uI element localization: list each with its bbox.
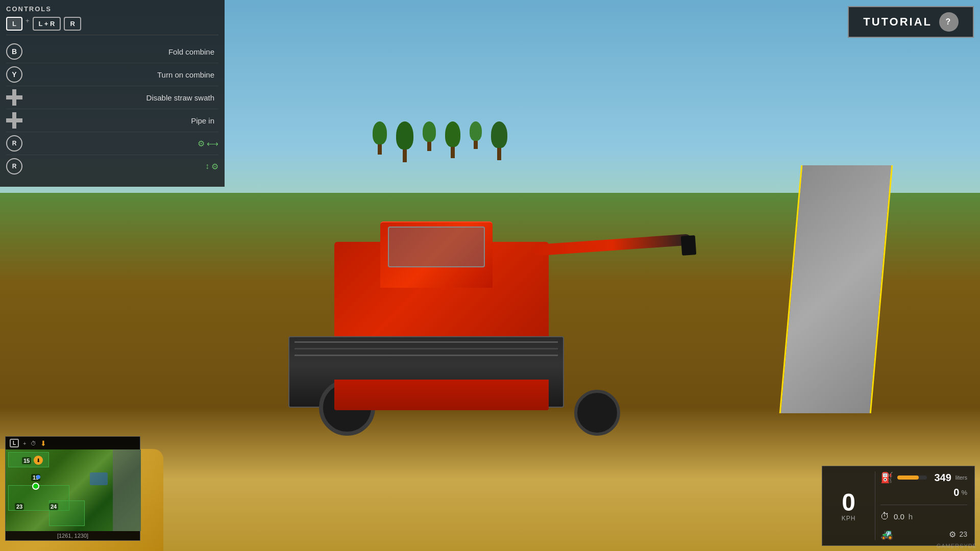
hud-gear-count: ⚙ 23 [949,530,967,539]
svg-marker-1 [6,112,22,129]
hud-bottom-row: 🚜 ⚙ 23 [880,528,967,540]
tab-left-right-label: L + R [39,20,55,28]
hud-fuel-icon: ⛽ [880,471,893,484]
button-rs-2: R [6,158,22,174]
hud-tractor-icon: 🚜 [880,528,893,540]
hud-panel: 0 KPH ⛽ 349 liters 0 % ⏱ 0.0 [822,466,975,546]
minimap-l-icon: L [10,439,19,447]
minimap-waypoint [36,475,40,479]
minimap-clock: ⏱ [31,440,36,446]
hud-timer-icon: ⏱ [880,511,890,522]
tab-separator-1: + [26,17,30,31]
control-fold-combine: B Fold combine [6,40,218,63]
control-turn-on-combine: Y Turn on combine [6,63,218,86]
control-gear-right: R ⚙⟷ [6,132,218,155]
label-fold-combine: Fold combine [22,47,218,56]
button-dpad-2 [6,112,22,129]
hud-fuel-value: 349 [931,472,951,484]
minimap-label-23: 23 [15,503,24,510]
hud-fuel-row: ⛽ 349 liters [880,471,967,484]
hud-timer-row: ⏱ 0.0 h [880,511,967,522]
hud-fuel-bar-fill [897,475,919,480]
button-y: Y [6,66,22,83]
minimap-download-icon: ⬇ [40,439,46,447]
control-disable-straw: Disable straw swath [6,86,218,109]
minimap-player [32,483,39,490]
minimap: L + ⏱ ⬇ 15 19 23 24 ⬇ [1261, 1230] [5,436,140,541]
hud-speed-container: 0 KPH [829,471,875,540]
svg-marker-0 [6,89,22,106]
tab-right[interactable]: R [64,17,81,31]
hud-timer-value: 0.0 [894,512,904,521]
hud-right-section: ⛽ 349 liters 0 % ⏱ 0.0 h 🚜 [880,471,967,540]
tutorial-circle-label: ? [946,17,952,27]
minimap-water [90,472,108,485]
tutorial-button[interactable]: TUTORIAL ? [848,6,974,38]
tree-row [373,121,507,162]
minimap-road [113,449,141,531]
button-dpad-1 [6,89,22,106]
tab-left-right[interactable]: L + R [33,17,61,31]
tab-left[interactable]: L [6,17,22,31]
minimap-label-24: 24 [49,503,58,510]
controls-tab-row: L + L + R R [6,17,218,35]
tab-right-label: R [70,20,75,28]
button-b: B [6,43,22,60]
hud-timer-unit: h [909,512,913,521]
gear-icon-right: ⚙⟷ [198,139,218,148]
hud-fuel-unit: liters [955,474,967,481]
label-pipe-in: Pipe in [22,116,218,125]
controls-panel: CONTROLS L + L + R R B Fold combine Y Tu… [0,0,225,187]
minimap-header: L + ⏱ ⬇ [6,437,140,449]
minimap-coords: [1261, 1230] [6,531,140,540]
label-disable-straw: Disable straw swath [22,93,218,102]
hud-fuel-pct-row: 0 % [880,487,967,498]
button-rs-1: R [6,135,22,152]
controls-title: CONTROLS [6,5,218,13]
tutorial-circle: ? [939,12,959,32]
minimap-plus: + [23,440,26,446]
hud-pct-value: 0 [953,487,959,498]
hud-gear-value: 23 [959,530,967,538]
hud-speed-unit: KPH [842,515,856,522]
hud-pct-unit: % [961,489,967,496]
minimap-label-15: 15 [22,457,31,464]
gear-icon-down: ↕⚙ [205,162,218,171]
watermark: GAMERSYDE [937,543,977,549]
label-turn-on-combine: Turn on combine [22,70,218,79]
minimap-canvas: 15 19 23 24 ⬇ [6,449,141,531]
hud-speed-value: 0 [842,490,855,515]
hud-divider [880,505,967,505]
control-pipe-in: Pipe in [6,109,218,132]
minimap-download-marker: ⬇ [34,456,43,465]
tab-left-label: L [12,20,16,28]
hud-gear-icon: ⚙ [949,530,956,539]
hud-fuel-bar-bg [897,475,927,480]
control-gear-down: R ↕⚙ [6,155,218,178]
tutorial-label: TUTORIAL [863,15,932,29]
combine-harvester [293,211,651,441]
